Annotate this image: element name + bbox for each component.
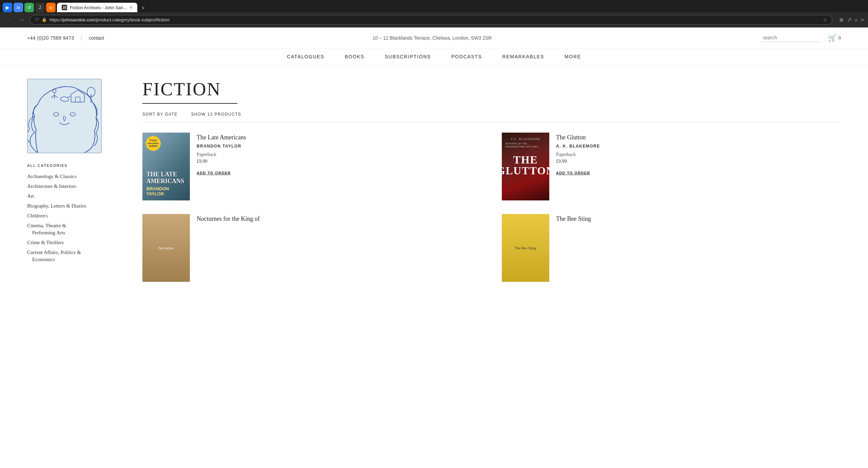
product-cover-late-americans[interactable]: Funnymercilessbrilliant THE LATEAMERICAN… <box>142 133 190 200</box>
tab-icon-play[interactable]: ▶ <box>3 3 12 12</box>
products-grid: Funnymercilessbrilliant THE LATEAMERICAN… <box>142 133 841 282</box>
tab-icon-rotate[interactable]: ↺ <box>24 3 34 12</box>
product-cover-glutton[interactable]: A.K. BLAKEMORE AUTHOR OF THE MANNINGTREE… <box>502 133 549 200</box>
product-format: Paperback <box>556 152 841 157</box>
add-to-order-button[interactable]: ADD TO ORDER <box>556 171 590 175</box>
nav-catalogues[interactable]: CATALOGUES <box>287 54 324 59</box>
tab-icon-msg[interactable]: 2 <box>35 3 45 12</box>
svg-rect-0 <box>28 79 101 153</box>
tab-close-button[interactable]: × <box>130 5 132 10</box>
product-cover-nocturnes[interactable]: Nocturnes <box>142 214 190 282</box>
nav-podcasts[interactable]: PODCASTS <box>451 54 482 59</box>
extensions-icon[interactable]: ↗ <box>847 17 851 23</box>
product-cover-bee[interactable]: The Bee Sting <box>502 214 549 282</box>
list-item: Current Affairs, Politics & Economics <box>27 249 122 263</box>
bookmark-icon[interactable]: ☆ <box>823 17 827 23</box>
forward-button[interactable]: → <box>17 15 26 25</box>
profile-icon[interactable]: ⊕ <box>839 17 844 23</box>
browser-tabs: ▶ 31 ↺ 2 ◎ JS Fiction Archives - John Sa… <box>0 0 868 12</box>
product-format: Paperback <box>197 152 481 157</box>
list-item: Archaeology & Classics <box>27 173 122 180</box>
tab-favicon: JS <box>62 5 67 10</box>
product-item: A.K. BLAKEMORE AUTHOR OF THE MANNINGTREE… <box>502 133 841 200</box>
menu-icon[interactable]: ≡ <box>861 17 864 23</box>
product-author: BRANDON TAYLOR <box>197 144 481 149</box>
tab-title: Fiction Archives - John San... <box>70 5 127 10</box>
search-input[interactable] <box>760 34 821 42</box>
category-link-cinema[interactable]: Cinema, Theatre & Performing Arts <box>27 223 66 235</box>
product-title: The Glutton <box>556 134 841 141</box>
product-info: The Glutton A. K. BLAKEMORE Paperback £9… <box>556 133 841 176</box>
fiction-illustration <box>27 79 102 153</box>
topbar-divider: | <box>81 35 82 41</box>
product-item: Funnymercilessbrilliant THE LATEAMERICAN… <box>142 133 481 200</box>
phone-number: +44 (0)20 7589 9473 <box>27 35 74 41</box>
website-content: +44 (0)20 7589 9473 | contact 10 – 12 Bl… <box>0 27 868 468</box>
list-item: Crime & Thrillers <box>27 239 122 246</box>
title-underline <box>142 103 237 104</box>
category-link-current-affairs[interactable]: Current Affairs, Politics & Economics <box>27 250 81 262</box>
page-title-section: FICTION <box>142 79 841 104</box>
book-badge: Funnymercilessbrilliant <box>146 136 161 151</box>
sort-by-date[interactable]: SORT BY DATE <box>142 112 178 117</box>
products-area: FICTION SORT BY DATE SHOW 12 PRODUCTS Fu… <box>142 79 841 282</box>
add-to-order-button[interactable]: ADD TO ORDER <box>197 171 231 175</box>
cart-button[interactable]: 🛒 0 <box>828 34 841 42</box>
url-domain: johnsandoe.com <box>63 17 95 22</box>
cover-title: THE LATEAMERICANS <box>146 171 186 185</box>
category-list: Archaeology & Classics Architecture & In… <box>27 173 122 263</box>
main-content: ALL CATEGORIES Archaeology & Classics Ar… <box>0 65 868 295</box>
category-link-archaeology[interactable]: Archaeology & Classics <box>27 174 77 179</box>
category-link-childrens[interactable]: Children's <box>27 213 48 218</box>
product-price: £9.99 <box>556 159 841 164</box>
more-tools-icon[interactable]: » <box>855 17 857 23</box>
back-button[interactable]: ← <box>4 15 14 25</box>
topbar: +44 (0)20 7589 9473 | contact 10 – 12 Bl… <box>0 27 868 48</box>
nav-more[interactable]: MORE <box>565 54 581 59</box>
show-products[interactable]: SHOW 12 PRODUCTS <box>191 112 241 117</box>
product-item: Nocturnes Nocturnes for the King of <box>142 214 481 282</box>
url-display: https://johnsandoe.com/product-category/… <box>50 17 170 22</box>
main-nav: CATALOGUES BOOKS SUBSCRIPTIONS PODCASTS … <box>0 48 868 65</box>
product-price: £9.99 <box>197 159 481 164</box>
tab-expand-icon[interactable]: ∨ <box>141 5 145 11</box>
cover-placeholder: Nocturnes <box>155 242 177 253</box>
category-link-art[interactable]: Art <box>27 193 34 199</box>
list-item: Children's <box>27 212 122 219</box>
cover-placeholder: The Bee Sting <box>512 242 540 253</box>
category-link-biography[interactable]: Biography, Letters & Diaries <box>27 203 86 209</box>
url-protocol: https:// <box>50 17 63 22</box>
nav-subscriptions[interactable]: SUBSCRIPTIONS <box>385 54 431 59</box>
nav-remarkables[interactable]: REMARKABLES <box>502 54 545 59</box>
address-bar[interactable]: 🛡 🔒 https://johnsandoe.com/product-categ… <box>30 15 832 25</box>
list-item: Architecture & Interiors <box>27 183 122 190</box>
category-link-crime[interactable]: Crime & Thrillers <box>27 240 64 245</box>
sort-bar: SORT BY DATE SHOW 12 PRODUCTS <box>142 112 841 122</box>
url-path: /product-category/book-subject/fiction/ <box>95 17 170 22</box>
product-title: Nocturnes for the King of <box>197 215 481 222</box>
store-address: 10 – 12 Blacklands Terrace, Chelsea, Lon… <box>111 35 753 41</box>
security-icon: 🛡 <box>35 17 39 22</box>
sidebar: ALL CATEGORIES Archaeology & Classics Ar… <box>27 79 122 282</box>
active-tab[interactable]: JS Fiction Archives - John San... × <box>57 3 137 12</box>
product-author: A. K. BLAKEMORE <box>556 144 841 149</box>
lock-icon: 🔒 <box>42 17 47 22</box>
nav-books[interactable]: BOOKS <box>345 54 364 59</box>
product-item: The Bee Sting The Bee Sting <box>502 214 841 282</box>
tab-icon-circle[interactable]: ◎ <box>46 3 56 12</box>
product-info: The Bee Sting <box>556 214 841 225</box>
browser-chrome: ▶ 31 ↺ 2 ◎ JS Fiction Archives - John Sa… <box>0 0 868 27</box>
cover-author-small: A.K. BLAKEMORE <box>511 137 540 141</box>
cover-author: BRANDONTAYLOR <box>146 186 186 196</box>
list-item: Art <box>27 193 122 200</box>
cart-icon: 🛒 <box>828 34 836 42</box>
product-title: The Bee Sting <box>556 215 841 222</box>
contact-link[interactable]: contact <box>89 35 104 41</box>
product-title: The Late Americans <box>197 134 481 141</box>
page-title: FICTION <box>142 79 841 100</box>
category-link-architecture[interactable]: Architecture & Interiors <box>27 183 76 189</box>
cart-count: 0 <box>839 35 841 40</box>
list-item: Biography, Letters & Diaries <box>27 202 122 210</box>
all-categories-label: ALL CATEGORIES <box>27 163 122 168</box>
tab-icon-calendar[interactable]: 31 <box>14 3 23 12</box>
